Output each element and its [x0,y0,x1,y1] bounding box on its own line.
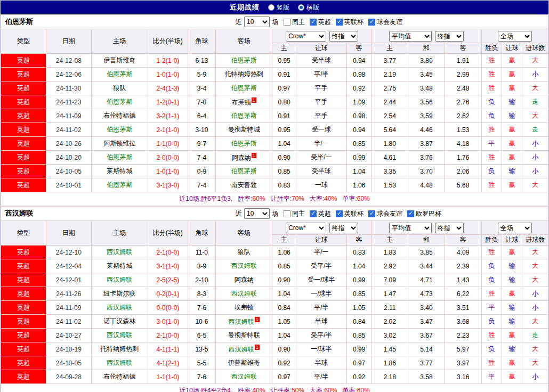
average-select[interactable]: 平均值 [389,223,432,233]
away-team-name[interactable]: 布莱顿 [232,99,251,106]
bookmaker-select[interactable]: Crow* [286,31,326,42]
games-count-select[interactable]: 10 [244,208,270,219]
away-team-name[interactable]: 埃弗顿 [235,304,254,311]
average-select[interactable]: 平均值 [389,31,432,42]
home-team-cell[interactable]: 西汉姆联 [91,329,148,342]
away-team-cell[interactable]: 布莱顿1 [216,95,272,109]
home-team-cell[interactable]: 西汉姆联 [91,273,148,287]
bookmaker-select[interactable]: Crow* [286,223,326,233]
home-team-cell[interactable]: 西汉姆联 [91,246,148,259]
away-team-cell[interactable]: 伯恩茅斯 [216,109,272,123]
home-team-cell[interactable]: 莱斯特城 [91,165,148,178]
away-team-name[interactable]: 托特纳姆热刺 [225,70,263,78]
home-team-name[interactable]: 狼队 [113,84,126,92]
home-team-cell[interactable]: 阿斯顿维拉 [91,137,148,151]
score-cell[interactable]: 3-2(1-1) [148,109,188,123]
score-cell[interactable]: 4-1(1-1) [148,342,188,356]
odds-stage-select[interactable]: 终指 [329,31,358,42]
competition-filter[interactable]: 英超 [310,209,331,218]
away-team-name[interactable]: 伊普斯维奇 [228,359,260,366]
score-cell[interactable]: 4-1(2-1) [148,356,188,370]
layout-radio-vertical[interactable]: 竖版 [268,3,289,12]
fulltime-select[interactable]: 全场 [498,31,532,42]
home-team-cell[interactable]: 伯恩茅斯 [91,95,148,109]
away-team-cell[interactable]: 伯恩茅斯 [216,165,272,178]
home-team-name[interactable]: 诺丁汉森林 [103,317,135,325]
home-team-name[interactable]: 伯恩茅斯 [107,153,132,161]
layout-radio-horizontal[interactable]: 横版 [298,3,319,12]
away-team-name[interactable]: 西汉姆联 [231,290,257,297]
home-team-cell[interactable]: 伊普斯维奇 [91,54,148,68]
odds-stage-select[interactable]: 终指 [329,223,358,233]
home-team-name[interactable]: 西汉姆联 [107,276,132,283]
away-team-name[interactable]: 西汉姆联 [231,262,257,270]
away-team-cell[interactable]: 曼彻斯特城 [216,123,272,137]
score-cell[interactable]: 3-1(1-0) [148,259,188,273]
home-team-cell[interactable]: 伯恩茅斯 [91,151,148,165]
score-cell[interactable]: 2-1(0-0) [148,329,188,342]
home-team-name[interactable]: 布伦特福德 [103,373,135,380]
score-cell[interactable]: 1-2(0-1) [148,95,188,109]
home-team-cell[interactable]: 托特纳姆热刺 [91,342,148,356]
away-team-name[interactable]: 伯恩茅斯 [231,84,257,92]
home-team-name[interactable]: 伯恩茅斯 [107,181,132,189]
fulltime-select[interactable]: 全场 [498,223,532,233]
score-cell[interactable]: 2-0(0-0) [148,151,188,165]
score-cell[interactable]: 1-1(1-0) [148,370,188,384]
home-team-name[interactable]: 西汉姆联 [107,331,132,339]
competition-filter[interactable]: 欧罗巴杯 [407,209,441,218]
away-team-cell[interactable]: 西汉姆联1 [216,342,272,356]
home-team-name[interactable]: 西汉姆联 [107,359,132,366]
competition-filter[interactable]: 英联杯 [336,18,364,27]
home-team-name[interactable]: 伯恩茅斯 [107,98,132,105]
home-team-cell[interactable]: 诺丁汉森林 [91,315,148,329]
score-cell[interactable]: 0-2(0-1) [148,287,188,301]
away-team-cell[interactable]: 西汉姆联 [216,287,272,301]
competition-filter[interactable]: 同主 [284,209,305,218]
away-team-cell[interactable]: 伊普斯维奇 [216,356,272,370]
home-team-cell[interactable]: 狼队 [91,81,148,95]
average-stage-select[interactable]: 终指 [435,31,464,42]
away-team-name[interactable]: 阿森纳 [232,154,251,161]
home-team-name[interactable]: 伯恩茅斯 [107,126,132,133]
home-team-name[interactable]: 西汉姆联 [107,248,132,256]
away-team-name[interactable]: 狼队 [238,248,251,256]
away-team-cell[interactable]: 阿森纳 [216,273,272,287]
home-team-name[interactable]: 纽卡斯尔联 [103,290,135,297]
away-team-cell[interactable]: 西汉姆联1 [216,315,272,329]
away-team-cell[interactable]: 伯恩茅斯 [216,81,272,95]
score-cell[interactable]: 1-2(1-0) [148,54,188,68]
home-team-name[interactable]: 托特纳姆热刺 [100,345,139,353]
away-team-name[interactable]: 西汉姆联 [229,346,254,353]
away-team-name[interactable]: 曼彻斯特联 [228,331,260,339]
away-team-name[interactable]: 南安普敦 [231,181,257,189]
score-cell[interactable]: 2-4(1-3) [148,81,188,95]
away-team-name[interactable]: 伯恩茅斯 [231,112,257,119]
home-team-name[interactable]: 阿斯顿维拉 [103,140,135,147]
away-team-name[interactable]: 西汉姆联 [229,318,254,325]
competition-filter[interactable]: 球会友谊 [368,18,402,27]
score-cell[interactable]: 1-0(1-0) [148,68,188,81]
away-team-cell[interactable]: 曼彻斯特联 [216,329,272,342]
score-cell[interactable]: 0-0(0-0) [148,301,188,315]
score-cell[interactable]: 1-0(1-0) [148,165,188,178]
average-stage-select[interactable]: 终指 [435,223,464,233]
home-team-name[interactable]: 伯恩茅斯 [107,70,132,78]
away-team-cell[interactable]: 托特纳姆热刺 [216,68,272,81]
home-team-name[interactable]: 西汉姆联 [107,304,132,311]
score-cell[interactable]: 2-1(1-0) [148,123,188,137]
competition-filter[interactable]: 英联杯 [336,209,364,218]
away-team-name[interactable]: 伯恩茅斯 [231,167,257,175]
away-team-name[interactable]: 伯恩茅斯 [231,56,257,64]
away-team-name[interactable]: 阿森纳 [235,276,254,283]
away-team-cell[interactable]: 西汉姆联 [216,370,272,384]
away-team-cell[interactable]: 阿森纳1 [216,151,272,165]
away-team-name[interactable]: 伯恩茅斯 [231,140,257,147]
home-team-name[interactable]: 莱斯特城 [107,262,132,270]
home-team-name[interactable]: 莱斯特城 [107,167,132,175]
score-cell[interactable]: 2-5(2-5) [148,273,188,287]
away-team-cell[interactable]: 伯恩茅斯 [216,137,272,151]
away-team-cell[interactable]: 狼队 [216,246,272,259]
home-team-cell[interactable]: 莱斯特城 [91,259,148,273]
score-cell[interactable]: 3-0(1-0) [148,315,188,329]
